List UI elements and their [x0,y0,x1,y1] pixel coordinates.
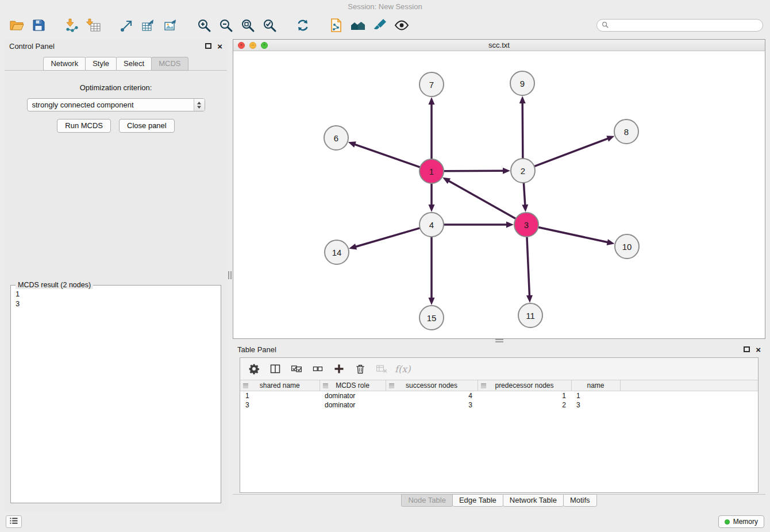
deselect-all-icon [312,363,324,375]
tab-network-table[interactable]: Network Table [503,494,564,507]
import-network-button[interactable] [62,16,82,35]
table-cell[interactable]: 3 [386,400,478,410]
paintbrush-icon [372,18,387,33]
network-from-clipboard-button[interactable] [326,16,346,35]
list-icon [9,517,18,526]
edge-2-3[interactable] [523,183,525,205]
right-area: scc.txt 7968124314101511 Table Panel × [233,39,765,511]
table-cell-filler [620,400,758,410]
tab-edge-table[interactable]: Edge Table [452,494,503,507]
save-session-button[interactable] [29,16,48,35]
network-graph[interactable]: 7968124314101511 [233,51,765,338]
deselect-all-button[interactable] [310,361,326,377]
vertical-splitter[interactable] [227,39,233,511]
window-title: Session: New Session [348,2,422,11]
arrowhead-icon [526,295,533,303]
edge-3-10[interactable] [538,227,607,242]
style-button[interactable] [370,16,390,35]
table-row[interactable]: 3dominator323 [240,400,758,410]
zoom-in-button[interactable] [194,16,214,35]
column-header-predecessor-nodes[interactable]: predecessor nodes [478,380,571,391]
arrowhead-icon [429,97,435,105]
show-hide-button[interactable] [392,16,411,35]
table-box: f(x) shared nameMCDS rolesuccessor nodes… [240,357,759,493]
table-cell[interactable]: dominator [319,391,386,401]
status-menu-button[interactable] [6,515,22,528]
float-panel-icon[interactable] [205,43,211,49]
refresh-button[interactable] [293,16,313,35]
import-table-button[interactable] [84,16,103,35]
zoom-fit-button[interactable] [238,16,257,35]
column-header-label: predecessor nodes [495,381,553,390]
minimize-window-button[interactable] [249,42,256,49]
add-column-button[interactable] [331,361,347,377]
maximize-window-button[interactable] [261,42,268,49]
eye-icon [394,18,409,33]
zoom-selected-button[interactable] [260,16,279,35]
zoom-out-button[interactable] [216,16,236,35]
tab-style[interactable]: Style [85,57,117,71]
close-table-panel-icon[interactable]: × [756,345,761,354]
select-all-button[interactable] [288,361,305,377]
import-network-icon [64,18,79,33]
clipboard-network-icon [329,18,344,33]
table-cell[interactable]: 3 [571,400,620,410]
mcds-result-title: MCDS result (2 nodes) [16,281,93,289]
column-header-name[interactable]: name [571,380,620,391]
criterion-select[interactable]: strongly connected component [27,98,205,111]
tab-network[interactable]: Network [43,57,86,71]
run-mcds-button[interactable]: Run MCDS [57,119,111,133]
node-label-3: 3 [524,220,529,230]
memory-button[interactable]: Memory [718,515,764,528]
delete-table-button[interactable] [374,361,390,377]
tab-motifs[interactable]: Motifs [563,494,597,507]
table-cell[interactable]: 2 [478,400,571,410]
tab-mcds[interactable]: MCDS [151,57,188,71]
edge-2-8[interactable] [534,138,608,166]
mcds-buttons-row: Run MCDS Close panel [5,119,227,133]
export-network-button[interactable] [117,16,137,35]
table-cell[interactable]: 1 [571,391,620,401]
tab-select[interactable]: Select [116,57,152,71]
float-table-panel-icon[interactable] [744,346,750,352]
column-header-shared-name[interactable]: shared name [240,380,319,391]
arrowhead-icon [522,205,528,212]
plus-icon [333,363,345,375]
column-header-successor-nodes[interactable]: successor nodes [386,380,478,391]
edge-3-11[interactable] [527,237,530,295]
node-label-8: 8 [624,127,629,137]
table-cell[interactable]: dominator [319,400,386,410]
close-panel-icon[interactable]: × [217,42,222,51]
search-input[interactable] [611,21,758,29]
open-file-button[interactable] [7,16,26,35]
arrowhead-icon [606,136,614,141]
function-builder-button[interactable]: f(x) [395,361,410,377]
arrowhead-icon [429,298,435,305]
export-image-button[interactable] [161,16,180,35]
mcds-result-box: MCDS result (2 nodes) 13 [10,285,221,503]
show-columns-button[interactable] [267,361,283,377]
mcds-result-list[interactable]: 13 [11,286,221,312]
delete-column-button[interactable] [352,361,368,377]
edge-1-6[interactable] [355,145,420,168]
search-box[interactable] [596,19,763,32]
table-settings-button[interactable] [246,361,262,377]
arrowhead-icon [349,244,357,250]
edge-4-14[interactable] [356,228,420,246]
status-bar: Memory [0,511,770,532]
tab-node-table[interactable]: Node Table [401,494,453,507]
close-panel-button[interactable]: Close panel [119,119,175,133]
table-cell[interactable]: 1 [478,391,571,401]
column-header-MCDS-role[interactable]: MCDS role [319,380,386,391]
table-row[interactable]: 1dominator411 [240,391,758,401]
application-window: Session: New Session Cont [0,0,770,532]
edge-2-9[interactable] [522,103,523,159]
close-window-button[interactable] [238,42,245,49]
export-table-button[interactable] [139,16,159,35]
edge-3-1[interactable] [449,181,515,219]
table-cell[interactable]: 4 [386,391,478,401]
first-neighbors-button[interactable] [348,16,368,35]
table-cell[interactable]: 3 [240,400,319,410]
table-cell[interactable]: 1 [240,391,319,401]
edge-1-2[interactable] [444,171,503,171]
